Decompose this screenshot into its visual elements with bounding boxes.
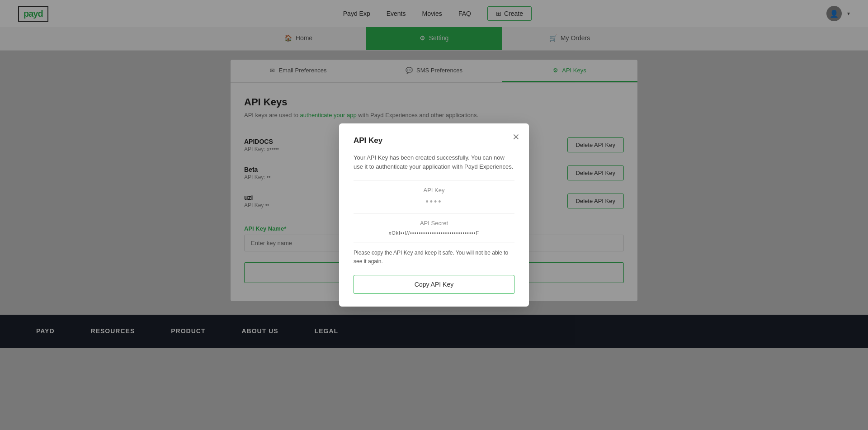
copy-api-key-button[interactable]: Copy API Key	[354, 275, 514, 294]
api-key-value: ••••	[354, 197, 514, 207]
modal-description: Your API Key has been created successful…	[354, 153, 514, 172]
modal-close-button[interactable]: ✕	[512, 132, 520, 142]
modal-divider-2	[354, 213, 514, 213]
modal-divider-3	[354, 242, 514, 242]
modal-title: API Key	[354, 136, 514, 145]
modal-divider-1	[354, 180, 514, 180]
api-secret-value: xOkl••l//••••••••••••••••••••••••••••••F	[354, 230, 514, 236]
modal-backdrop: API Key ✕ Your API Key has been created …	[0, 0, 868, 430]
modal-warning: Please copy the API Key and keep it safe…	[354, 249, 514, 266]
api-key-modal: API Key ✕ Your API Key has been created …	[339, 123, 529, 307]
api-secret-label: API Secret	[354, 220, 514, 227]
api-key-label: API Key	[354, 187, 514, 194]
